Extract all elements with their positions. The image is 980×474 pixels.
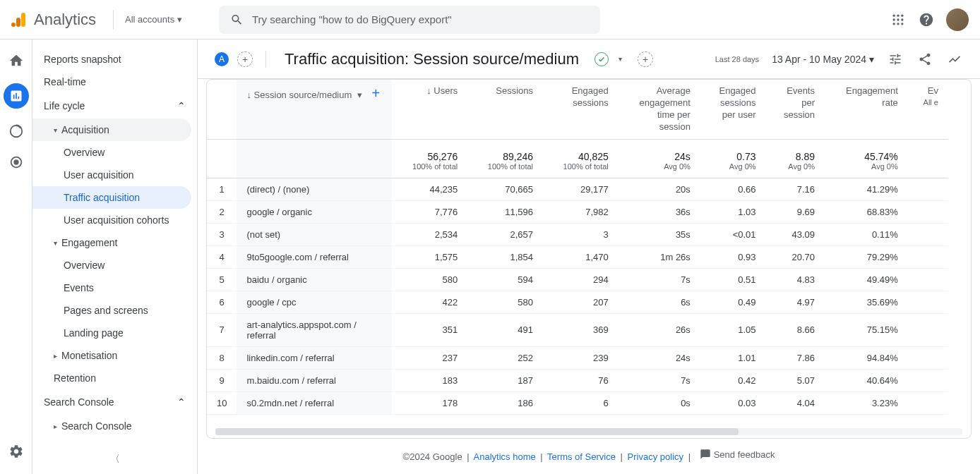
sidebar-item-traffic-acquisition[interactable]: Traffic acquisition: [32, 186, 191, 209]
table-scroll[interactable]: ↓ Session source/medium ▾ + ↓ Users Sess…: [207, 80, 971, 425]
sidebar-item-user-acquisition[interactable]: User acquisition: [32, 164, 197, 186]
app-name: Analytics: [34, 11, 96, 29]
caret-down-icon: ▾: [54, 239, 57, 247]
help-icon[interactable]: [918, 11, 935, 28]
searchconsole-group-label: Search Console: [44, 396, 114, 408]
copyright-text: ©2024 Google: [403, 451, 462, 462]
search-box[interactable]: [219, 6, 600, 34]
date-range-text: 13 Apr - 10 May 2024: [772, 54, 866, 65]
user-avatar[interactable]: [946, 8, 969, 31]
table-row[interactable]: 2google / organic 7,77611,5967,982 36s1.…: [207, 200, 948, 223]
svg-point-10: [897, 23, 899, 25]
sidebar-item-eng-overview[interactable]: Overview: [32, 254, 197, 276]
sidebar-item-acquisition[interactable]: ▾Acquisition: [32, 119, 191, 141]
add-comparison-button[interactable]: +: [237, 51, 253, 67]
sidebar-group-searchconsole[interactable]: Search Console ⌃: [32, 389, 197, 415]
settings-icon[interactable]: [8, 443, 25, 460]
chevron-down-icon: ▾: [177, 14, 182, 25]
sidebar-item-acq-overview[interactable]: Overview: [32, 141, 197, 164]
customize-report-icon[interactable]: [887, 51, 904, 68]
top-right-actions: [890, 8, 969, 31]
home-icon[interactable]: [8, 52, 25, 69]
sidebar-item-retention[interactable]: Retention: [32, 367, 197, 389]
table-row[interactable]: 5baidu / organic 580594294 7s0.514.8349.…: [207, 268, 948, 291]
sort-indicator-icon: ↓: [246, 90, 251, 100]
table-row[interactable]: 1(direct) / (none) 44,23570,66529,177 20…: [207, 178, 948, 200]
page-header: A + Traffic acquisition: Session source/…: [198, 40, 980, 79]
sidebar-item-events[interactable]: Events: [32, 276, 197, 299]
chevron-up-icon: ⌃: [177, 396, 186, 408]
sidebar-item-user-acq-cohorts[interactable]: User acquisition cohorts: [32, 209, 197, 231]
status-verified-icon[interactable]: [594, 52, 609, 66]
horizontal-scrollbar[interactable]: [215, 428, 962, 435]
account-selector[interactable]: All accounts ▾: [125, 14, 182, 25]
top-bar: Analytics All accounts ▾: [0, 0, 980, 40]
svg-point-9: [893, 23, 895, 25]
chevron-down-icon: ▾: [869, 54, 874, 65]
caret-right-icon: ▸: [54, 423, 57, 430]
sidebar-group-lifecycle[interactable]: Life cycle ⌃: [32, 93, 197, 119]
reports-icon[interactable]: [4, 83, 29, 109]
date-range-label: Last 28 days: [715, 55, 759, 63]
collapse-sidebar-icon[interactable]: 〈: [110, 453, 120, 466]
table-row[interactable]: 3(not set) 2,5342,6573 35s<0.0143.090.11…: [207, 223, 948, 245]
svg-rect-0: [21, 13, 25, 27]
footer-link-privacy[interactable]: Privacy policy: [628, 451, 683, 462]
analytics-logo-icon: [11, 11, 28, 28]
sidebar-item-pages-screens[interactable]: Pages and screens: [32, 299, 197, 322]
status-dropdown-icon[interactable]: ▾: [619, 55, 622, 63]
data-table-card: ↓ Session source/medium ▾ + ↓ Users Sess…: [206, 79, 972, 439]
col-events-truncated[interactable]: EvAll e: [918, 85, 938, 107]
col-engaged-sessions[interactable]: Engagedsessions: [553, 85, 609, 109]
sidebar-item-landing-page[interactable]: Landing page: [32, 322, 197, 344]
footer-link-analytics-home[interactable]: Analytics home: [474, 451, 536, 462]
svg-point-14: [14, 160, 18, 164]
add-filter-button[interactable]: +: [638, 51, 653, 67]
totals-row: 56,276100% of total 89,246100% of total …: [207, 139, 948, 178]
dimension-header[interactable]: Session source/medium: [254, 90, 352, 100]
table-row[interactable]: 6google / cpc 422580207 6s0.494.9735.69%: [207, 291, 948, 313]
table-row[interactable]: 7art-analytics.appspot.com / referral 35…: [207, 313, 948, 346]
footer-link-tos[interactable]: Terms of Service: [547, 451, 616, 462]
col-espu[interactable]: Engagedsessionsper user: [710, 85, 756, 121]
accounts-label: All accounts: [125, 14, 174, 25]
engagement-label: Engagement: [61, 237, 117, 248]
insights-icon[interactable]: [946, 51, 963, 68]
date-range-picker[interactable]: 13 Apr - 10 May 2024 ▾: [772, 54, 874, 65]
chevron-down-icon[interactable]: ▾: [357, 90, 362, 100]
col-users[interactable]: Users: [434, 85, 458, 96]
table-row[interactable]: 10s0.2mdn.net / referral 1781866 0s0.034…: [207, 391, 948, 414]
col-eps[interactable]: Eventspersession: [776, 85, 815, 121]
reports-sidebar: Reports snapshot Real-time Life cycle ⌃ …: [32, 40, 198, 474]
share-icon[interactable]: [916, 51, 933, 68]
sidebar-item-monetisation[interactable]: ▸Monetisation: [32, 344, 197, 367]
col-avg-time[interactable]: Averageengagementtime persession: [628, 85, 691, 133]
traffic-table: ↓ Session source/medium ▾ + ↓ Users Sess…: [207, 80, 948, 415]
table-row[interactable]: 9m.baidu.com / referral 18318776 7s0.425…: [207, 369, 948, 391]
apps-icon[interactable]: [890, 11, 907, 28]
search-input[interactable]: [252, 13, 589, 25]
left-nav-rail: [0, 40, 32, 474]
sidebar-item-reports-snapshot[interactable]: Reports snapshot: [32, 48, 197, 71]
explore-icon[interactable]: [8, 123, 25, 140]
sidebar-item-realtime[interactable]: Real-time: [32, 71, 197, 93]
add-dimension-button[interactable]: +: [372, 85, 381, 101]
caret-right-icon: ▸: [54, 352, 57, 360]
sidebar-item-engagement[interactable]: ▾Engagement: [32, 231, 197, 254]
col-sessions[interactable]: Sessions: [496, 85, 533, 97]
feedback-label: Send feedback: [714, 449, 775, 460]
svg-point-7: [897, 18, 899, 20]
main-content: A + Traffic acquisition: Session source/…: [198, 40, 980, 474]
feedback-icon: [700, 449, 711, 460]
scrollbar-thumb[interactable]: [215, 428, 739, 435]
sidebar-item-searchconsole[interactable]: ▸Search Console: [32, 415, 197, 437]
col-rate[interactable]: Engagementrate: [835, 85, 898, 109]
table-row[interactable]: 49to5google.com / referral 1,5751,8541,4…: [207, 245, 948, 268]
logo[interactable]: Analytics: [11, 11, 96, 29]
table-row[interactable]: 8linkedin.com / referral 237252239 24s1.…: [207, 346, 948, 369]
audience-badge[interactable]: A: [215, 52, 229, 66]
advertising-icon[interactable]: [8, 154, 25, 171]
send-feedback-button[interactable]: Send feedback: [700, 449, 775, 460]
svg-rect-1: [16, 18, 20, 27]
caret-down-icon: ▾: [54, 126, 57, 134]
